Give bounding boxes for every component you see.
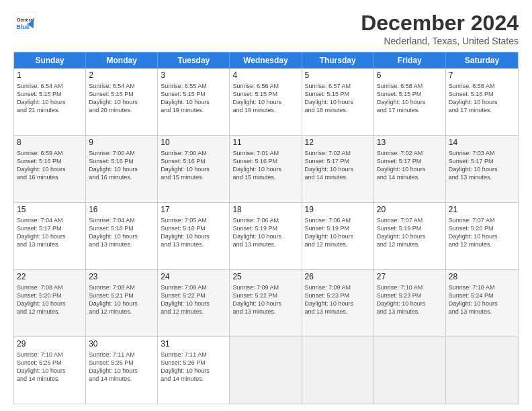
day-number: 1 xyxy=(17,71,83,81)
calendar-cell xyxy=(374,337,446,404)
col-header-sunday: Sunday xyxy=(14,52,86,68)
cell-sun-info: Sunrise: 7:10 AMSunset: 5:24 PMDaylight:… xyxy=(449,283,515,316)
col-header-friday: Friday xyxy=(374,52,446,68)
cell-sun-info: Sunrise: 7:02 AMSunset: 5:17 PMDaylight:… xyxy=(377,149,443,182)
calendar-row-1: 1Sunrise: 6:54 AMSunset: 5:15 PMDaylight… xyxy=(14,68,518,135)
svg-text:Blue: Blue xyxy=(16,24,30,30)
cell-sun-info: Sunrise: 6:59 AMSunset: 5:16 PMDaylight:… xyxy=(17,149,83,182)
day-number: 6 xyxy=(377,71,443,81)
calendar-cell xyxy=(230,337,302,404)
logo-icon: General Blue xyxy=(13,11,38,35)
calendar-body: 1Sunrise: 6:54 AMSunset: 5:15 PMDaylight… xyxy=(14,68,518,404)
calendar-cell: 16Sunrise: 7:04 AMSunset: 5:18 PMDayligh… xyxy=(86,203,158,269)
cell-sun-info: Sunrise: 7:09 AMSunset: 5:22 PMDaylight:… xyxy=(161,283,226,316)
calendar-cell: 29Sunrise: 7:10 AMSunset: 5:25 PMDayligh… xyxy=(14,337,86,404)
day-number: 31 xyxy=(161,339,226,350)
day-number: 15 xyxy=(17,205,83,216)
cell-sun-info: Sunrise: 6:55 AMSunset: 5:15 PMDaylight:… xyxy=(161,82,226,115)
calendar-cell: 20Sunrise: 7:07 AMSunset: 5:19 PMDayligh… xyxy=(374,203,446,269)
page: General Blue December 2024 Nederland, Te… xyxy=(0,0,532,411)
col-header-thursday: Thursday xyxy=(302,52,374,68)
day-number: 30 xyxy=(89,339,154,350)
col-header-monday: Monday xyxy=(86,52,158,68)
cell-sun-info: Sunrise: 7:11 AMSunset: 5:25 PMDaylight:… xyxy=(89,351,154,383)
day-number: 11 xyxy=(232,138,298,148)
day-number: 19 xyxy=(305,205,371,216)
calendar-row-3: 15Sunrise: 7:04 AMSunset: 5:17 PMDayligh… xyxy=(14,202,518,269)
cell-sun-info: Sunrise: 7:00 AMSunset: 5:16 PMDaylight:… xyxy=(161,149,226,182)
calendar-cell: 1Sunrise: 6:54 AMSunset: 5:15 PMDaylight… xyxy=(14,68,86,135)
day-number: 20 xyxy=(377,205,443,216)
calendar-cell: 25Sunrise: 7:09 AMSunset: 5:22 PMDayligh… xyxy=(230,270,302,336)
cell-sun-info: Sunrise: 7:05 AMSunset: 5:18 PMDaylight:… xyxy=(161,216,226,249)
cell-sun-info: Sunrise: 6:57 AMSunset: 5:15 PMDaylight:… xyxy=(305,82,371,115)
calendar: SundayMondayTuesdayWednesdayThursdayFrid… xyxy=(13,52,519,404)
calendar-cell: 23Sunrise: 7:08 AMSunset: 5:21 PMDayligh… xyxy=(86,270,158,336)
day-number: 2 xyxy=(89,71,154,81)
cell-sun-info: Sunrise: 7:02 AMSunset: 5:17 PMDaylight:… xyxy=(305,149,371,182)
calendar-cell: 12Sunrise: 7:02 AMSunset: 5:17 PMDayligh… xyxy=(302,136,374,202)
calendar-row-4: 22Sunrise: 7:08 AMSunset: 5:20 PMDayligh… xyxy=(14,269,518,336)
day-number: 3 xyxy=(161,71,226,81)
day-number: 18 xyxy=(232,205,298,216)
calendar-cell xyxy=(302,337,374,404)
day-number: 13 xyxy=(377,138,443,148)
month-title: December 2024 xyxy=(361,11,519,36)
calendar-cell: 14Sunrise: 7:03 AMSunset: 5:17 PMDayligh… xyxy=(446,136,518,202)
calendar-cell: 9Sunrise: 7:00 AMSunset: 5:16 PMDaylight… xyxy=(86,136,158,202)
day-number: 16 xyxy=(89,205,154,216)
header: General Blue December 2024 Nederland, Te… xyxy=(13,11,519,46)
cell-sun-info: Sunrise: 7:04 AMSunset: 5:17 PMDaylight:… xyxy=(17,216,83,249)
day-number: 9 xyxy=(89,138,154,148)
calendar-cell: 8Sunrise: 6:59 AMSunset: 5:16 PMDaylight… xyxy=(14,136,86,202)
day-number: 27 xyxy=(377,272,443,283)
calendar-cell xyxy=(446,337,518,404)
cell-sun-info: Sunrise: 6:56 AMSunset: 5:15 PMDaylight:… xyxy=(232,82,298,115)
calendar-cell: 19Sunrise: 7:06 AMSunset: 5:19 PMDayligh… xyxy=(302,203,374,269)
calendar-cell: 27Sunrise: 7:10 AMSunset: 5:23 PMDayligh… xyxy=(374,270,446,336)
calendar-cell: 17Sunrise: 7:05 AMSunset: 5:18 PMDayligh… xyxy=(158,203,230,269)
cell-sun-info: Sunrise: 6:58 AMSunset: 5:16 PMDaylight:… xyxy=(449,82,515,115)
day-number: 8 xyxy=(17,138,83,148)
location: Nederland, Texas, United States xyxy=(361,36,519,46)
calendar-cell: 7Sunrise: 6:58 AMSunset: 5:16 PMDaylight… xyxy=(446,68,518,135)
calendar-cell: 10Sunrise: 7:00 AMSunset: 5:16 PMDayligh… xyxy=(158,136,230,202)
calendar-cell: 2Sunrise: 6:54 AMSunset: 5:15 PMDaylight… xyxy=(86,68,158,135)
day-number: 23 xyxy=(89,272,154,283)
day-number: 29 xyxy=(17,339,83,350)
calendar-cell: 24Sunrise: 7:09 AMSunset: 5:22 PMDayligh… xyxy=(158,270,230,336)
cell-sun-info: Sunrise: 7:09 AMSunset: 5:23 PMDaylight:… xyxy=(305,283,371,316)
day-number: 17 xyxy=(161,205,226,216)
day-number: 10 xyxy=(161,138,226,148)
calendar-cell: 28Sunrise: 7:10 AMSunset: 5:24 PMDayligh… xyxy=(446,270,518,336)
logo: General Blue xyxy=(13,11,38,35)
day-number: 5 xyxy=(305,71,371,81)
calendar-cell: 21Sunrise: 7:07 AMSunset: 5:20 PMDayligh… xyxy=(446,203,518,269)
day-number: 4 xyxy=(232,71,298,81)
cell-sun-info: Sunrise: 6:54 AMSunset: 5:15 PMDaylight:… xyxy=(89,82,154,115)
day-number: 21 xyxy=(449,205,515,216)
calendar-cell: 15Sunrise: 7:04 AMSunset: 5:17 PMDayligh… xyxy=(14,203,86,269)
day-number: 24 xyxy=(161,272,226,283)
cell-sun-info: Sunrise: 7:10 AMSunset: 5:23 PMDaylight:… xyxy=(377,283,443,316)
calendar-cell: 13Sunrise: 7:02 AMSunset: 5:17 PMDayligh… xyxy=(374,136,446,202)
title-block: December 2024 Nederland, Texas, United S… xyxy=(361,11,519,46)
day-number: 22 xyxy=(17,272,83,283)
day-number: 26 xyxy=(305,272,371,283)
calendar-cell: 22Sunrise: 7:08 AMSunset: 5:20 PMDayligh… xyxy=(14,270,86,336)
cell-sun-info: Sunrise: 7:11 AMSunset: 5:26 PMDaylight:… xyxy=(161,351,226,383)
calendar-cell: 26Sunrise: 7:09 AMSunset: 5:23 PMDayligh… xyxy=(302,270,374,336)
cell-sun-info: Sunrise: 7:08 AMSunset: 5:21 PMDaylight:… xyxy=(89,283,154,316)
calendar-header: SundayMondayTuesdayWednesdayThursdayFrid… xyxy=(14,52,518,68)
cell-sun-info: Sunrise: 6:54 AMSunset: 5:15 PMDaylight:… xyxy=(17,82,83,115)
col-header-saturday: Saturday xyxy=(446,52,518,68)
cell-sun-info: Sunrise: 7:00 AMSunset: 5:16 PMDaylight:… xyxy=(89,149,154,182)
calendar-row-5: 29Sunrise: 7:10 AMSunset: 5:25 PMDayligh… xyxy=(14,336,518,404)
calendar-cell: 31Sunrise: 7:11 AMSunset: 5:26 PMDayligh… xyxy=(158,337,230,404)
calendar-cell: 11Sunrise: 7:01 AMSunset: 5:16 PMDayligh… xyxy=(230,136,302,202)
calendar-cell: 18Sunrise: 7:06 AMSunset: 5:19 PMDayligh… xyxy=(230,203,302,269)
col-header-wednesday: Wednesday xyxy=(230,52,302,68)
cell-sun-info: Sunrise: 7:08 AMSunset: 5:20 PMDaylight:… xyxy=(17,283,83,316)
cell-sun-info: Sunrise: 7:06 AMSunset: 5:19 PMDaylight:… xyxy=(305,216,371,249)
calendar-cell: 30Sunrise: 7:11 AMSunset: 5:25 PMDayligh… xyxy=(86,337,158,404)
